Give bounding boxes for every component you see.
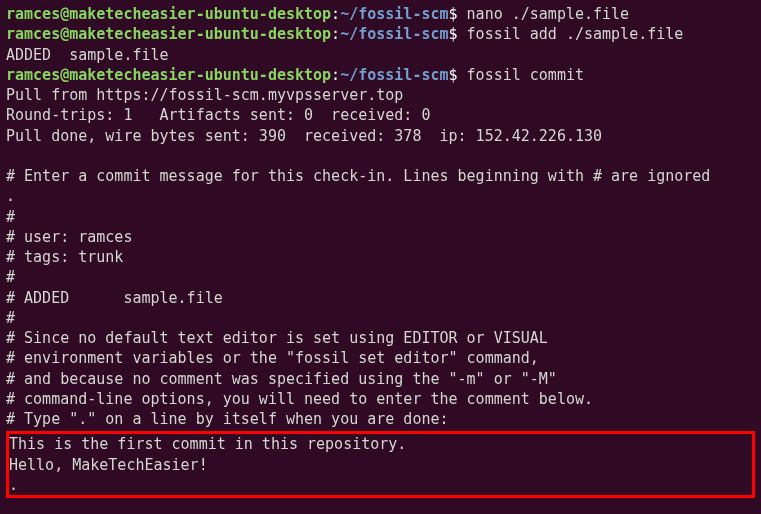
prompt-line-3: ramces@maketecheasier-ubuntu-desktop:~/f… (6, 65, 755, 85)
output-blank1 (6, 146, 755, 166)
prompt-path: ~/fossil-scm (340, 66, 448, 84)
output-editor1: # Since no default text editor is set us… (6, 328, 755, 348)
output-hash2: # (6, 267, 755, 287)
output-editor5: # Type "." on a line by itself when you … (6, 409, 755, 429)
user-input-highlight: This is the first commit in this reposit… (6, 431, 755, 498)
input-line-2[interactable]: Hello, MakeTechEasier! (9, 455, 752, 475)
output-pull-done: Pull done, wire bytes sent: 390 received… (6, 126, 755, 146)
prompt-dollar: $ (449, 66, 467, 84)
prompt-user: ramces@maketecheasier-ubuntu-desktop (6, 5, 331, 23)
output-added: ADDED sample.file (6, 45, 755, 65)
prompt-dollar: $ (449, 25, 467, 43)
output-pull-from: Pull from https://fossil-scm.myvpsserver… (6, 85, 755, 105)
output-editor2: # environment variables or the "fossil s… (6, 348, 755, 368)
command-2[interactable]: fossil add ./sample.file (467, 25, 684, 43)
prompt-line-1: ramces@maketecheasier-ubuntu-desktop:~/f… (6, 4, 755, 24)
prompt-colon: : (331, 5, 340, 23)
prompt-colon: : (331, 66, 340, 84)
output-hash1: # (6, 207, 755, 227)
prompt-user: ramces@maketecheasier-ubuntu-desktop (6, 25, 331, 43)
prompt-dollar: $ (449, 5, 467, 23)
output-added-line: # ADDED sample.file (6, 288, 755, 308)
input-line-3[interactable]: . (9, 475, 752, 495)
input-line-1[interactable]: This is the first commit in this reposit… (9, 434, 752, 454)
output-round-trips: Round-trips: 1 Artifacts sent: 0 receive… (6, 105, 755, 125)
prompt-colon: : (331, 25, 340, 43)
command-1[interactable]: nano ./sample.file (467, 5, 630, 23)
output-editor4: # command-line options, you will need to… (6, 389, 755, 409)
command-3[interactable]: fossil commit (467, 66, 584, 84)
output-editor3: # and because no comment was specified u… (6, 369, 755, 389)
output-hash3: # (6, 308, 755, 328)
output-dot1: . (6, 186, 755, 206)
output-comment1: # Enter a commit message for this check-… (6, 166, 755, 186)
output-tags-line: # tags: trunk (6, 247, 755, 267)
prompt-path: ~/fossil-scm (340, 25, 448, 43)
prompt-user: ramces@maketecheasier-ubuntu-desktop (6, 66, 331, 84)
prompt-line-2: ramces@maketecheasier-ubuntu-desktop:~/f… (6, 24, 755, 44)
output-user-line: # user: ramces (6, 227, 755, 247)
prompt-path: ~/fossil-scm (340, 5, 448, 23)
